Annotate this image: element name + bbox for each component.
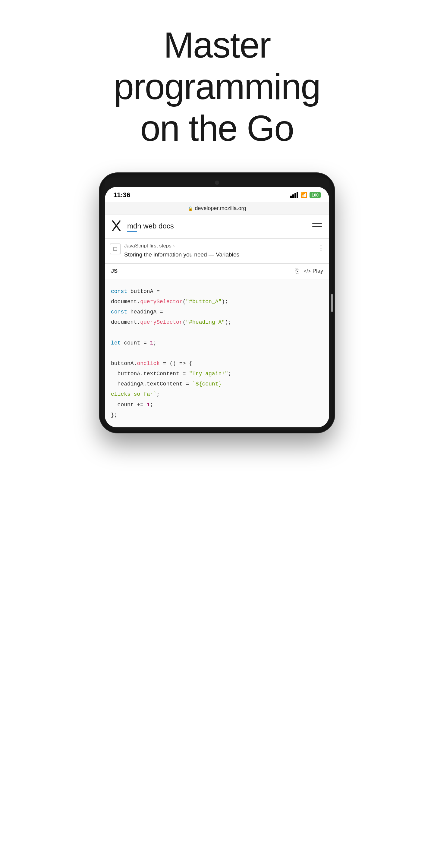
phone-mockup: 11:36 📶 100 🔒 d: [87, 173, 347, 433]
mdn-logo-m-icon: [112, 220, 124, 233]
breadcrumb-nav: JavaScript first steps ›: [124, 243, 314, 249]
signal-bar-2: [292, 194, 294, 198]
play-btn-icon: </>: [304, 269, 311, 274]
code-line-2: document.querySelector("#button_A");: [111, 297, 323, 307]
breadcrumb-chevron-icon: ›: [173, 244, 175, 248]
hero-heading: Master programming on the Go: [82, 24, 352, 149]
code-line-11: };: [111, 410, 323, 420]
hamburger-line-1: [312, 223, 322, 224]
breadcrumb-content: JavaScript first steps › Storing the inf…: [124, 243, 314, 259]
status-bar: 11:36 📶 100: [105, 187, 329, 202]
battery-indicator: 100: [310, 192, 321, 198]
url-bar[interactable]: 🔒 developer.mozilla.org: [105, 202, 329, 215]
code-line-5: let count = 1;: [111, 338, 323, 348]
code-lang-label: JS: [111, 268, 118, 274]
status-icons: 📶 100: [290, 192, 321, 198]
phone-top-bar: [105, 179, 329, 187]
signal-bar-3: [294, 193, 296, 198]
play-button[interactable]: </> Play: [304, 268, 323, 274]
sidebar-toggle-icon: ☐: [113, 246, 117, 252]
code-line-7: buttonA.textContent = "Try again!";: [111, 369, 323, 379]
camera-dot: [215, 181, 219, 185]
url-text: developer.mozilla.org: [195, 205, 246, 212]
mdn-logo-underline: [127, 231, 137, 232]
code-empty-line-1: [111, 327, 323, 338]
mdn-logo-text-group: mdn web docs: [127, 222, 174, 232]
code-toolbar-actions: ⎘ </> Play: [295, 267, 323, 275]
hamburger-line-2: [312, 226, 322, 227]
code-line-10: count += 1;: [111, 400, 323, 410]
code-section: JS ⎘ </> Play const buttonA = document.q…: [105, 264, 329, 427]
signal-bar-4: [297, 192, 298, 198]
copy-code-button[interactable]: ⎘: [295, 267, 299, 275]
phone-frame: 11:36 📶 100 🔒 d: [99, 173, 335, 433]
mdn-logo[interactable]: mdn web docs: [112, 220, 174, 233]
code-line-6: buttonA.onclick = () => {: [111, 358, 323, 369]
signal-bar-1: [290, 195, 292, 198]
play-btn-label: Play: [313, 268, 323, 274]
signal-bars-icon: [290, 192, 298, 198]
hamburger-menu-icon[interactable]: [312, 223, 322, 230]
mdn-header: mdn web docs: [105, 215, 329, 239]
page-title: Storing the information you need — Varia…: [124, 251, 239, 258]
phone-screen: 11:36 📶 100 🔒 d: [105, 187, 329, 427]
breadcrumb-area: ☐ JavaScript first steps › Storing the i…: [105, 239, 329, 264]
code-line-8: headingA.textContent = `${count}: [111, 379, 323, 389]
code-block: const buttonA = document.querySelector("…: [105, 279, 329, 427]
code-line-4: document.querySelector("#heading_A");: [111, 317, 323, 327]
code-toolbar: JS ⎘ </> Play: [105, 264, 329, 279]
lock-icon: 🔒: [188, 206, 193, 211]
code-line-9: clicks so far`;: [111, 389, 323, 399]
sidebar-toggle-button[interactable]: ☐: [110, 244, 121, 254]
code-empty-line-2: [111, 348, 323, 358]
status-time: 11:36: [113, 191, 130, 199]
hamburger-line-3: [312, 230, 322, 230]
bottom-section: [0, 433, 434, 469]
more-options-icon[interactable]: ⋮: [318, 244, 324, 252]
scroll-indicator: [331, 294, 333, 312]
breadcrumb-parent-link[interactable]: JavaScript first steps: [124, 243, 172, 249]
code-line-3: const headingA =: [111, 307, 323, 317]
code-line-1: const buttonA =: [111, 286, 323, 297]
mdn-logo-text: mdn web docs: [127, 222, 174, 230]
wifi-icon: 📶: [301, 192, 307, 198]
